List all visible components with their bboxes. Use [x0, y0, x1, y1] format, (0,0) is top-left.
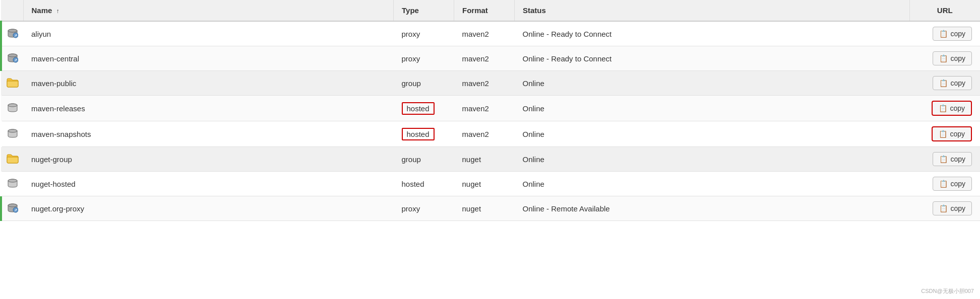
copy-button-label: copy: [950, 180, 965, 188]
clipboard-icon: 📋: [939, 30, 948, 38]
repo-icon-cell: [1, 71, 23, 96]
repo-url-cell: 📋copy: [909, 121, 980, 147]
name-column-header[interactable]: Name ↑: [23, 0, 394, 21]
clipboard-icon: 📋: [939, 155, 948, 163]
copy-url-button[interactable]: 📋copy: [933, 201, 972, 215]
repo-status-cell: Online: [515, 121, 909, 147]
table-row: nuget-groupgroupnugetOnline📋copy: [1, 147, 980, 172]
svg-text:↗: ↗: [14, 58, 17, 62]
repo-type-cell: group: [394, 147, 454, 172]
type-column-header: Type: [394, 0, 454, 21]
repo-type-cell: proxy: [394, 21, 454, 46]
repo-format-cell: maven2: [454, 46, 515, 71]
repo-name-cell: maven-central: [23, 46, 394, 71]
svg-point-15: [8, 204, 17, 207]
clipboard-icon: 📋: [939, 204, 948, 212]
repo-status-cell: Online - Ready to Connect: [515, 21, 909, 46]
copy-url-button[interactable]: 📋copy: [933, 27, 972, 41]
repo-icon-cell: ↗: [1, 21, 23, 46]
repo-format-cell: maven2: [454, 21, 515, 46]
repo-status-cell: Online: [515, 96, 909, 121]
repo-status-cell: Online - Ready to Connect: [515, 46, 909, 71]
clipboard-icon: 📋: [939, 130, 947, 138]
table-row: maven-snapshotshostedmaven2Online📋copy: [1, 121, 980, 147]
table-row: maven-releaseshostedmaven2Online📋copy: [1, 96, 980, 121]
clipboard-icon: 📋: [939, 79, 948, 87]
copy-button-label: copy: [950, 79, 965, 87]
clipboard-icon: 📋: [939, 104, 947, 112]
clipboard-icon: 📋: [939, 180, 948, 188]
repo-name-cell: aliyun: [23, 21, 394, 46]
repo-icon-cell: ↗: [1, 46, 23, 71]
repo-url-cell: 📋copy: [909, 196, 980, 221]
copy-url-button[interactable]: 📋copy: [933, 152, 972, 166]
copy-button-label: copy: [950, 130, 965, 138]
copy-url-button[interactable]: 📋copy: [933, 51, 972, 65]
sort-arrow-icon: ↑: [56, 8, 59, 15]
repo-type-cell: hosted: [394, 121, 454, 147]
svg-point-11: [8, 129, 17, 132]
svg-point-1: [8, 29, 17, 32]
table-row: ↗ maven-centralproxymaven2Online - Ready…: [1, 46, 980, 71]
table-header-row: Name ↑ Type Format Status URL: [1, 0, 980, 21]
copy-button-label: copy: [950, 104, 965, 112]
copy-url-button[interactable]: 📋copy: [933, 76, 972, 90]
repo-name-cell: nuget.org-proxy: [23, 196, 394, 221]
repo-status-cell: Online: [515, 71, 909, 96]
repo-icon-cell: [1, 172, 23, 196]
svg-point-9: [8, 104, 17, 107]
copy-button-label: copy: [950, 54, 965, 62]
copy-button-label: copy: [950, 30, 965, 38]
repo-status-cell: Online: [515, 172, 909, 196]
repo-url-cell: 📋copy: [909, 172, 980, 196]
type-highlight-box: hosted: [402, 102, 435, 115]
table-row: nuget-hostedhostednugetOnline📋copy: [1, 172, 980, 196]
repo-type-cell: group: [394, 71, 454, 96]
repo-url-cell: 📋copy: [909, 96, 980, 121]
table-row: maven-publicgroupmaven2Online📋copy: [1, 71, 980, 96]
clipboard-icon: 📋: [939, 54, 948, 62]
repo-icon-cell: ↗: [1, 196, 23, 221]
repo-name-cell: nuget-group: [23, 147, 394, 172]
repo-url-cell: 📋copy: [909, 147, 980, 172]
repo-type-cell: proxy: [394, 196, 454, 221]
copy-button-label: copy: [950, 155, 965, 163]
repo-name-cell: maven-releases: [23, 96, 394, 121]
repo-url-cell: 📋copy: [909, 71, 980, 96]
copy-url-button[interactable]: 📋copy: [933, 177, 972, 191]
status-column-header: Status: [515, 0, 909, 21]
format-column-header: Format: [454, 0, 515, 21]
svg-text:↗: ↗: [14, 208, 17, 212]
repo-icon-cell: [1, 96, 23, 121]
repo-icon-cell: [1, 147, 23, 172]
repo-name-cell: nuget-hosted: [23, 172, 394, 196]
repository-table: Name ↑ Type Format Status URL ↗ aliyunpr…: [0, 0, 980, 221]
repo-format-cell: maven2: [454, 121, 515, 147]
repo-url-cell: 📋copy: [909, 46, 980, 71]
repo-format-cell: maven2: [454, 71, 515, 96]
icon-column-header: [1, 0, 23, 21]
repo-name-cell: maven-snapshots: [23, 121, 394, 147]
copy-url-button[interactable]: 📋copy: [932, 101, 972, 116]
repo-icon-cell: [1, 121, 23, 147]
repo-format-cell: maven2: [454, 96, 515, 121]
svg-point-5: [8, 54, 17, 57]
repo-status-cell: Online - Remote Available: [515, 196, 909, 221]
repo-type-cell: hosted: [394, 96, 454, 121]
svg-point-13: [8, 179, 17, 182]
copy-url-button[interactable]: 📋copy: [932, 126, 972, 141]
copy-button-label: copy: [950, 204, 965, 212]
repo-format-cell: nuget: [454, 147, 515, 172]
repo-status-cell: Online: [515, 147, 909, 172]
repo-url-cell: 📋copy: [909, 21, 980, 46]
repo-name-cell: maven-public: [23, 71, 394, 96]
svg-text:↗: ↗: [14, 34, 17, 37]
table-row: ↗ aliyunproxymaven2Online - Ready to Con…: [1, 21, 980, 46]
repo-format-cell: nuget: [454, 172, 515, 196]
repo-format-cell: nuget: [454, 196, 515, 221]
repo-type-cell: proxy: [394, 46, 454, 71]
table-row: ↗ nuget.org-proxyproxynugetOnline - Remo…: [1, 196, 980, 221]
repo-type-cell: hosted: [394, 172, 454, 196]
type-highlight-box: hosted: [402, 128, 435, 140]
url-column-header: URL: [909, 0, 980, 21]
